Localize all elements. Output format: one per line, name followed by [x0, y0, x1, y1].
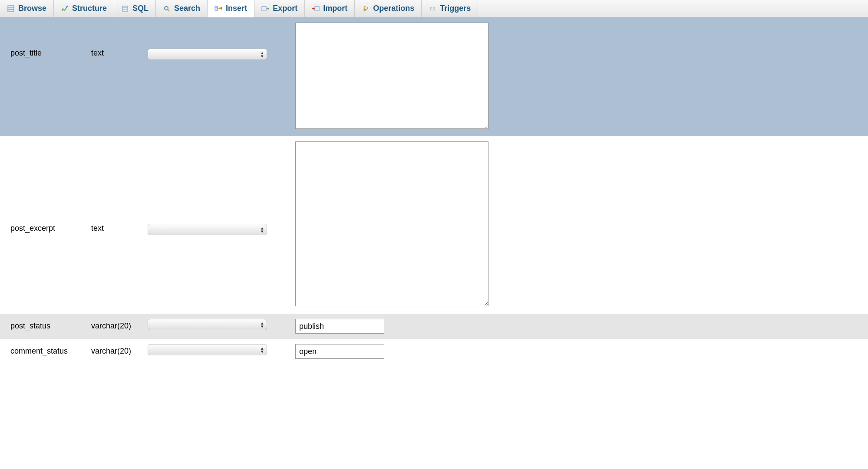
field-type: text	[91, 23, 148, 58]
function-select-post-status[interactable]	[148, 319, 267, 330]
svg-rect-11	[221, 7, 222, 10]
tab-label: Search	[174, 4, 200, 13]
tab-browse[interactable]: Browse	[0, 0, 54, 17]
svg-line-8	[168, 10, 169, 11]
value-textarea-post-title[interactable]	[295, 23, 488, 129]
function-select-comment-status[interactable]	[148, 344, 267, 355]
value-input-comment-status[interactable]	[295, 344, 384, 359]
tab-export[interactable]: Export	[254, 0, 305, 17]
svg-point-7	[165, 7, 168, 10]
tab-label: Triggers	[440, 4, 471, 13]
field-row-comment-status: comment_status varchar(20) ▴▾	[0, 339, 868, 364]
svg-point-16	[433, 7, 435, 9]
tab-label: Browse	[18, 4, 46, 13]
tab-label: Import	[323, 4, 347, 13]
browse-icon	[7, 5, 15, 13]
field-name: post_status	[4, 319, 91, 331]
sql-icon	[121, 5, 129, 13]
import-icon	[312, 5, 320, 13]
insert-icon	[215, 4, 222, 12]
field-type: varchar(20)	[91, 344, 148, 356]
tab-label: Operations	[373, 4, 414, 13]
function-select-post-excerpt[interactable]	[148, 224, 267, 235]
svg-rect-4	[122, 6, 128, 11]
field-name: comment_status	[4, 344, 91, 356]
tab-structure[interactable]: Structure	[54, 0, 114, 17]
svg-point-15	[430, 7, 432, 9]
tab-triggers[interactable]: Triggers	[422, 0, 478, 17]
svg-rect-13	[315, 7, 319, 11]
field-row-post-status: post_status varchar(20) ▴▾	[0, 314, 868, 339]
tab-label: Structure	[72, 4, 107, 13]
tab-sql[interactable]: SQL	[114, 0, 156, 17]
tab-insert[interactable]: Insert	[208, 0, 254, 17]
tab-label: Insert	[226, 4, 247, 13]
svg-rect-3	[66, 6, 68, 7]
svg-rect-0	[8, 6, 14, 12]
tab-label: SQL	[132, 4, 149, 13]
tab-operations[interactable]: Operations	[355, 0, 422, 17]
svg-rect-12	[262, 7, 266, 11]
tab-import[interactable]: Import	[305, 0, 355, 17]
field-row-post-title: post_title text ▴▾	[0, 17, 868, 136]
function-select-post-title[interactable]	[148, 49, 267, 60]
structure-icon	[61, 5, 69, 13]
field-row-post-excerpt: post_excerpt text ▴▾	[0, 136, 868, 314]
search-icon	[163, 5, 171, 13]
value-textarea-post-excerpt[interactable]	[295, 141, 488, 306]
operations-icon	[362, 5, 370, 13]
svg-rect-9	[215, 6, 218, 10]
tab-search[interactable]: Search	[156, 0, 208, 17]
field-name: post_excerpt	[4, 141, 91, 233]
field-type: text	[91, 141, 148, 233]
field-type: varchar(20)	[91, 319, 148, 331]
tab-label: Export	[273, 4, 297, 13]
triggers-icon	[429, 5, 436, 13]
tabbar: Browse Structure SQL Search Insert Expor…	[0, 0, 868, 17]
value-input-post-status[interactable]	[295, 319, 384, 334]
field-name: post_title	[4, 23, 91, 58]
export-icon	[261, 5, 269, 13]
